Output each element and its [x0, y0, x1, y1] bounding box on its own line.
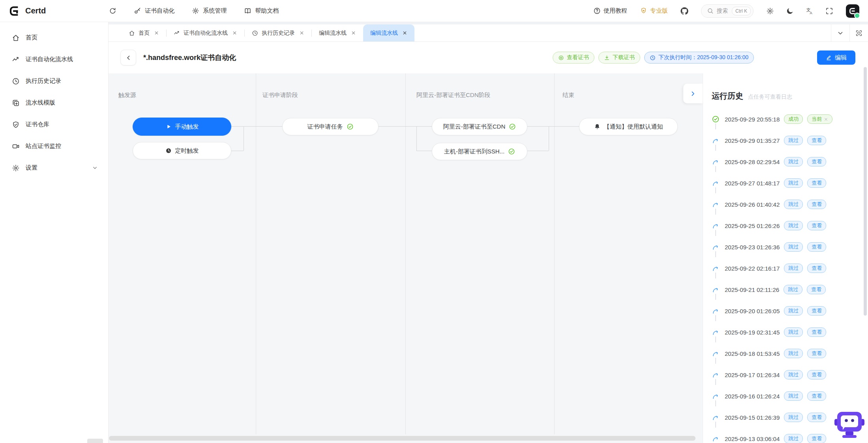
- history-status-tag: 跳过: [784, 200, 803, 209]
- tab[interactable]: 编辑流水线: [312, 24, 363, 41]
- translate-icon[interactable]: 文A: [806, 7, 814, 15]
- success-check-icon: [508, 148, 515, 155]
- fullscreen-icon[interactable]: [825, 7, 833, 15]
- sidebar-item-label: 首页: [26, 34, 37, 41]
- back-button[interactable]: [120, 50, 136, 65]
- sidebar-item-label: 流水线模版: [26, 99, 55, 107]
- search-input[interactable]: 搜索 Ctrl K: [701, 4, 754, 18]
- sidebar-item[interactable]: 站点证书监控: [0, 135, 108, 157]
- history-view-button[interactable]: 查看: [807, 391, 826, 401]
- history-row: 2025-09-29 20:55:18成功当前: [712, 108, 868, 130]
- help-link[interactable]: 使用教程: [593, 7, 627, 15]
- sidebar-item[interactable]: 流水线模版: [0, 92, 108, 114]
- history-status-tag: 跳过: [784, 413, 803, 422]
- node-label: 阿里云-部署证书至CDN: [443, 123, 506, 131]
- vertical-scrollbar[interactable]: [864, 67, 867, 316]
- tag-close-icon[interactable]: [824, 117, 828, 121]
- history-view-button[interactable]: 查看: [807, 242, 826, 252]
- history-view-button[interactable]: 查看: [807, 264, 826, 273]
- chevron-down-icon: [837, 30, 844, 37]
- pipeline-node[interactable]: 手动触发: [133, 118, 231, 136]
- sidebar-item[interactable]: 执行历史记录: [0, 70, 108, 92]
- history-view-button[interactable]: 查看: [807, 434, 826, 443]
- chevron-left-icon: [125, 54, 132, 61]
- avatar[interactable]: [846, 4, 859, 18]
- history-status-tag: 跳过: [784, 285, 802, 294]
- top-nav-item[interactable]: 系统管理: [192, 7, 227, 15]
- sidebar-item-label: 证书自动化流水线: [26, 56, 73, 63]
- tab-list-dropdown-button[interactable]: [831, 24, 849, 41]
- horizontal-scrollbar[interactable]: [109, 436, 696, 441]
- history-view-button[interactable]: 查看: [807, 178, 826, 188]
- sidebar-item[interactable]: 证书仓库: [0, 114, 108, 135]
- pro-badge[interactable]: 专业版: [640, 7, 668, 15]
- history-view-button[interactable]: 查看: [807, 327, 826, 337]
- history-view-button[interactable]: 查看: [807, 370, 826, 379]
- history-time: 2025-09-25 01:26:26: [725, 222, 780, 229]
- tab-active[interactable]: 编辑流水线: [363, 24, 414, 41]
- brand[interactable]: Certd: [9, 5, 46, 17]
- history-row: 2025-09-29 01:35:27跳过查看: [712, 130, 868, 151]
- moon-icon[interactable]: [786, 7, 794, 15]
- sidebar-footer-handle[interactable]: [87, 439, 103, 443]
- tab-close-icon[interactable]: [351, 30, 356, 36]
- column-divider: [405, 73, 406, 434]
- tab-label: 编辑流水线: [370, 30, 398, 37]
- sidebar-item[interactable]: 设置: [0, 157, 108, 179]
- gear-icon[interactable]: [766, 7, 774, 15]
- history-view-button[interactable]: 查看: [807, 285, 826, 294]
- tab[interactable]: 首页: [122, 24, 166, 41]
- history-view-button[interactable]: 查看: [807, 200, 826, 209]
- history-time: 2025-09-17 01:26:34: [725, 372, 780, 378]
- history-status-tag: 跳过: [784, 391, 803, 401]
- history-panel-toggle-button[interactable]: [683, 84, 703, 103]
- pipeline-node[interactable]: 定时触发: [133, 142, 231, 159]
- pipeline-node[interactable]: 阿里云-部署证书至CDN: [432, 118, 527, 135]
- chat-assistant-robot[interactable]: [833, 409, 866, 441]
- history-status-tag: 跳过: [784, 327, 803, 337]
- history-view-button[interactable]: 查看: [807, 136, 826, 145]
- history-status-tag[interactable]: 当前: [807, 114, 832, 124]
- tab-close-icon[interactable]: [232, 30, 237, 36]
- trend-icon: [174, 30, 180, 36]
- history-view-button[interactable]: 查看: [807, 349, 826, 358]
- sidebar-item[interactable]: 证书自动化流水线: [0, 49, 108, 70]
- view-cert-icon: [558, 55, 564, 61]
- pipeline-node[interactable]: 【通知】使用默认通知: [579, 118, 678, 135]
- tab-fullscreen-button[interactable]: [849, 24, 868, 41]
- search-placeholder: 搜索: [717, 7, 728, 15]
- tab-close-icon[interactable]: [154, 30, 159, 36]
- stage-title: 证书申请阶段: [262, 92, 298, 99]
- history-view-button[interactable]: 查看: [807, 221, 826, 230]
- top-nav-item[interactable]: 证书自动化: [134, 7, 174, 15]
- tab-close-icon[interactable]: [299, 30, 304, 36]
- pipeline-canvas: 触发源手动触发定时触发证书申请阶段证书申请任务阿里云-部署证书至CDN阶段阿里云…: [109, 73, 703, 443]
- node-label: 手动触发: [175, 123, 199, 131]
- gear-icon: [192, 7, 199, 15]
- tab[interactable]: 执行历史记录: [245, 24, 311, 41]
- top-nav-item[interactable]: 帮助文档: [244, 7, 279, 15]
- history-status-tag: 跳过: [784, 157, 803, 166]
- github-icon[interactable]: [681, 7, 688, 15]
- search-icon: [707, 7, 714, 14]
- skip-status-icon: [712, 222, 720, 230]
- history-view-button[interactable]: 查看: [807, 413, 826, 422]
- edit-button[interactable]: 编辑: [817, 50, 855, 65]
- history-time: 2025-09-21 02:11:26: [725, 286, 779, 293]
- view-cert-button[interactable]: 查看证书: [553, 52, 594, 64]
- pipeline-node[interactable]: 证书申请任务: [282, 118, 379, 135]
- download-cert-button[interactable]: 下载证书: [598, 52, 640, 64]
- tab-label: 编辑流水线: [319, 30, 347, 37]
- history-icon: [252, 30, 258, 36]
- sidebar-item[interactable]: 首页: [0, 27, 108, 49]
- tab[interactable]: 证书自动化流水线: [167, 24, 244, 41]
- trend-icon: [12, 56, 20, 64]
- tab-close-icon[interactable]: [402, 30, 407, 36]
- history-view-button[interactable]: 查看: [807, 157, 826, 166]
- top-nav-item-refresh[interactable]: [109, 7, 116, 15]
- history-view-button[interactable]: 查看: [807, 306, 826, 316]
- stage-title: 触发源: [118, 92, 136, 99]
- history-time: 2025-09-29 01:35:27: [725, 137, 780, 144]
- pipeline-node[interactable]: 主机-部署证书到SSH...: [432, 143, 527, 160]
- skip-status-icon: [712, 371, 720, 379]
